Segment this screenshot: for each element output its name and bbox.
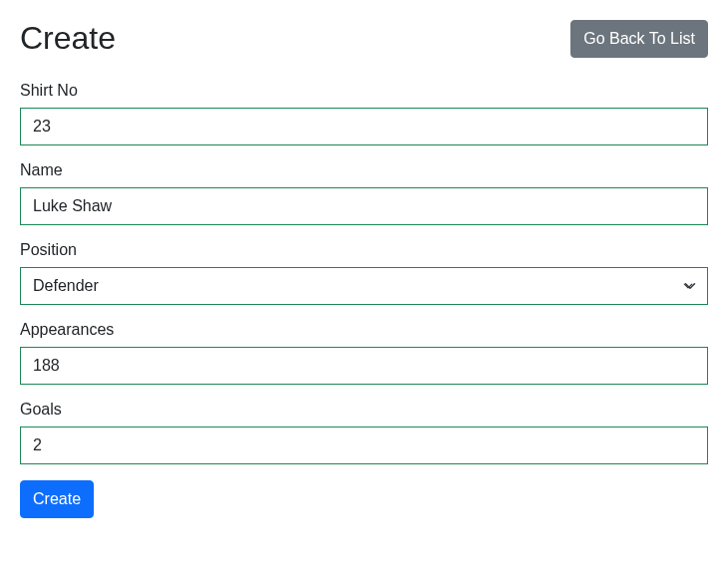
submit-row: Create <box>20 480 708 518</box>
position-select[interactable]: Defender <box>20 267 708 305</box>
position-group: Position Defender <box>20 241 708 305</box>
name-label: Name <box>20 161 708 179</box>
appearances-group: Appearances <box>20 321 708 385</box>
shirt-no-label: Shirt No <box>20 82 708 100</box>
goals-group: Goals <box>20 401 708 464</box>
shirt-no-group: Shirt No <box>20 82 708 145</box>
goals-label: Goals <box>20 401 708 419</box>
appearances-label: Appearances <box>20 321 708 339</box>
shirt-no-input[interactable] <box>20 108 708 145</box>
appearances-input[interactable] <box>20 347 708 385</box>
create-button[interactable]: Create <box>20 480 94 518</box>
header-row: Create Go Back To List <box>20 20 708 58</box>
name-group: Name <box>20 161 708 225</box>
page-title: Create <box>20 20 116 57</box>
create-form: Shirt No Name Position Defender Appearan… <box>20 82 708 518</box>
goals-input[interactable] <box>20 427 708 464</box>
go-back-to-list-button[interactable]: Go Back To List <box>570 20 708 58</box>
position-label: Position <box>20 241 708 259</box>
name-input[interactable] <box>20 187 708 225</box>
position-select-wrap: Defender <box>20 267 708 305</box>
